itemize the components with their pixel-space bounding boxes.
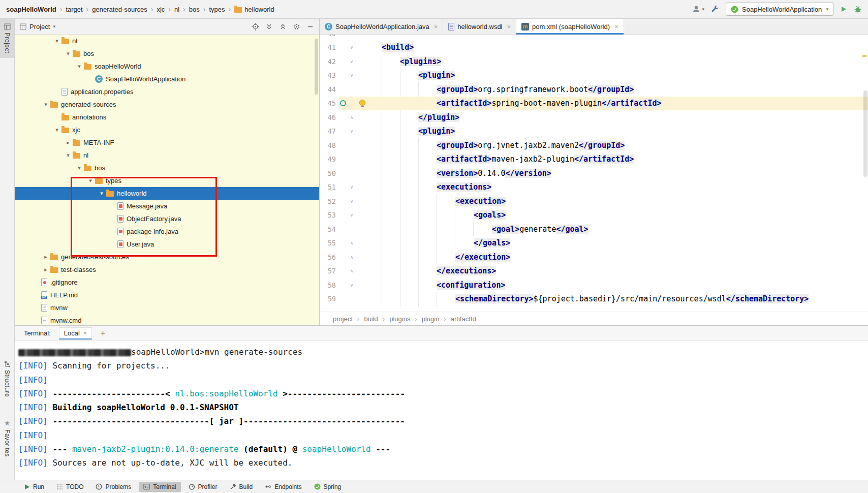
new-terminal-tab-button[interactable]: + [100,328,105,338]
code-line-46[interactable]: 46∧</plugin> [320,110,868,125]
fold-marker[interactable]: ∨ [347,212,356,218]
xml-breadcrumb-plugin[interactable]: plugin [422,315,440,323]
fold-marker[interactable]: ∧ [347,115,356,120]
tree-item-helloworld[interactable]: ▾helloworld [15,187,319,200]
fold-marker[interactable]: ∨ [347,59,356,64]
chevron-right-icon[interactable]: ▸ [41,266,50,273]
chevron-down-icon[interactable]: ▾ [97,190,106,197]
xml-breadcrumb-project[interactable]: project [333,315,353,323]
chevron-down-icon[interactable]: ▾ [86,177,95,184]
locate-file-icon[interactable] [252,23,259,30]
tree-item-gitignore[interactable]: .gitignore [15,276,319,289]
tool-window-button-favorites[interactable]: ★ Favorites [0,415,14,461]
tool-window-button-run[interactable]: Run [19,482,49,492]
code-line-40[interactable]: 40 [320,35,868,41]
tool-window-button-problems[interactable]: Problems [91,482,136,492]
fold-marker[interactable]: ∨ [347,283,356,288]
chevron-right-icon[interactable]: ▸ [64,139,73,146]
code-line-43[interactable]: 43∨<plugin> [320,69,868,83]
tree-item-message-java[interactable]: Message.java [15,200,319,212]
tree-item-test-classes[interactable]: ▸test-classes [15,263,319,276]
xml-breadcrumb-artifactid[interactable]: artifactId [451,315,476,323]
project-panel-title[interactable]: Project [29,23,50,30]
code-line-53[interactable]: 53∨<goals> [320,208,868,223]
code-line-48[interactable]: 48<groupId>org.jvnet.jaxb2.maven2</group… [320,138,868,152]
tool-window-button-endpoints[interactable]: Endpoints [260,482,306,492]
code-line-50[interactable]: 50<version>0.14.0</version> [320,166,868,180]
tree-item-soaphelloworld[interactable]: ▾soapHelloWorld [15,60,319,73]
tool-window-button-structure[interactable]: Structure [0,356,14,402]
tree-item-types[interactable]: ▾types [15,174,319,187]
code-line-57[interactable]: 57∧</executions> [320,264,868,279]
collapse-all-icon[interactable] [279,23,287,30]
tree-item-xjc[interactable]: ▾xjc [15,124,319,136]
code-line-51[interactable]: 51∨<executions> [320,180,868,195]
close-tab-icon[interactable]: × [614,23,618,30]
tree-item-generated-sources[interactable]: ▾generated-sources [15,98,319,111]
debug-button[interactable] [854,5,862,13]
hide-panel-icon[interactable] [306,23,314,30]
code-editor[interactable]: 4041∨<build>42∨<plugins>43∨<plugin>44<gr… [320,35,868,312]
tree-item-mvnw-cmd[interactable]: mvnw.cmd [15,314,319,325]
editor-tab-helloworld-wsdl[interactable]: helloworld.wsdl× [443,19,516,34]
tool-window-button-project[interactable]: Project [0,19,14,58]
code-line-59[interactable]: 59<schemaDirectory>${project.basedir}/sr… [320,292,868,306]
tree-item-nl[interactable]: ▾nl [15,35,319,47]
chevron-right-icon[interactable]: ▸ [41,254,50,260]
close-terminal-tab-icon[interactable]: × [83,329,87,337]
user-menu[interactable]: ▾ [692,5,704,13]
run-button[interactable] [840,6,847,13]
fold-marker[interactable]: ∨ [347,129,356,134]
tree-item-user-java[interactable]: User.java [15,238,319,251]
editor-tab-pom-xml-soaphelloworld[interactable]: mpom.xml (soapHelloWorld)× [516,19,624,34]
tree-item-mvnw[interactable]: mvnw [15,301,319,314]
breadcrumb-item-bos[interactable]: bos [189,6,200,13]
tool-window-button-terminal[interactable]: Terminal [139,482,180,492]
breadcrumb-item-nl[interactable]: nl [174,6,179,13]
project-tree[interactable]: ▾nl▾bos▾soapHelloWorldCSoapHelloWorldApp… [15,35,319,325]
fold-marker[interactable]: ∧ [347,255,356,260]
chevron-down-icon[interactable]: ▾ [64,152,73,159]
tree-item-nl[interactable]: ▾nl [15,149,319,162]
breadcrumb-item-target[interactable]: target [66,6,82,13]
code-line-58[interactable]: 58∨<configuration> [320,278,868,292]
code-line-54[interactable]: 54<goal>generate</goal> [320,222,868,236]
tree-item-generated-test-sources[interactable]: ▸generated-test-sources [15,251,319,263]
tree-item-application-properties[interactable]: application.properties [15,85,319,98]
tool-window-button-todo[interactable]: TODO [52,482,88,492]
fold-marker[interactable]: ∧ [347,268,356,273]
tree-scrollbar[interactable] [315,39,318,95]
breadcrumb-item-types[interactable]: types [209,6,225,13]
code-line-56[interactable]: 56∧</execution> [320,250,868,264]
run-configuration-select[interactable]: SoapHelloWorldApplication ▾ [726,3,833,16]
close-tab-icon[interactable]: × [507,23,511,30]
breadcrumb-item-helloworld[interactable]: helloworld [234,6,274,13]
tree-item-bos[interactable]: ▾bos [15,47,319,60]
tool-window-button-build[interactable]: Build [225,482,258,492]
terminal-output[interactable]: soapHelloWorld>mvn generate-sources[INFO… [15,341,868,470]
chevron-down-icon[interactable]: ▾ [52,38,61,44]
intention-bulb-icon[interactable] [359,100,365,106]
gutter-override-icon[interactable] [340,100,346,106]
breadcrumb-item-soaphelloworld[interactable]: soapHelloWorld [6,6,56,13]
fold-marker[interactable]: ∨ [347,199,356,204]
chevron-down-icon[interactable]: ▾ [75,165,84,171]
code-line-49[interactable]: 49<artifactId>maven-jaxb2-plugin</artifa… [320,152,868,167]
terminal-tab-local[interactable]: Local × [59,327,92,340]
chevron-down-icon[interactable]: ▾ [53,24,55,29]
tree-item-objectfactory-java[interactable]: ObjectFactory.java [15,212,319,225]
tree-item-soaphelloworldapplication[interactable]: CSoapHelloWorldApplication [15,73,319,85]
fold-marker[interactable]: ∨ [347,45,356,50]
tree-item-help-md[interactable]: HELP.md [15,289,319,301]
code-line-45[interactable]: 45<artifactId>spring-boot-maven-plugin</… [320,97,868,111]
tool-window-button-spring[interactable]: Spring [309,482,346,492]
expand-all-icon[interactable] [265,23,273,30]
breadcrumb-item-generated-sources[interactable]: generated-sources [92,6,147,13]
editor-tab-soaphelloworldapplication-java[interactable]: CSoapHelloWorldApplication.java× [320,19,443,34]
code-line-55[interactable]: 55∧</goals> [320,236,868,251]
breadcrumb-item-xjc[interactable]: xjc [157,6,165,13]
fold-marker[interactable]: ∨ [347,73,356,78]
tree-item-annotations[interactable]: annotations [15,111,319,124]
code-line-47[interactable]: 47∨<plugin> [320,125,868,139]
fold-marker[interactable]: ∧ [347,240,356,245]
